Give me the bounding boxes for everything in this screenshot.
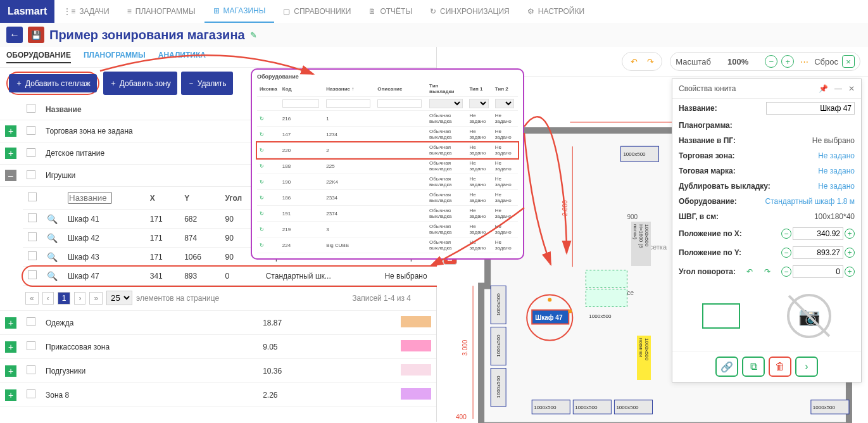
select-all-checkbox[interactable] xyxy=(27,104,35,113)
zoom-in-icon[interactable]: + xyxy=(781,55,794,68)
nav-reports[interactable]: 🗎ОТЧЁТЫ xyxy=(360,0,421,23)
filter-t2[interactable] xyxy=(495,99,515,108)
nav-sync[interactable]: ↻СИНХРОНИЗАЦИЯ xyxy=(421,0,519,23)
rotate-cw-icon[interactable]: ↷ xyxy=(764,267,771,276)
zone-row[interactable]: +Зона 82.26 xyxy=(0,383,436,407)
delete-unit-button[interactable]: 🗑 xyxy=(769,357,791,377)
tab-analytics[interactable]: АНАЛИТИКА xyxy=(158,51,206,63)
posy-plus[interactable]: + xyxy=(845,248,855,258)
row-checkbox[interactable] xyxy=(28,232,37,241)
expand-icon[interactable]: + xyxy=(5,148,16,159)
magnify-icon[interactable]: 🔍 xyxy=(47,233,58,243)
pin-icon[interactable]: 📌 xyxy=(819,84,828,93)
row-checkbox[interactable] xyxy=(27,148,35,157)
refresh-icon[interactable]: ↻ xyxy=(260,163,264,169)
page-size[interactable]: 25 xyxy=(106,291,132,305)
expand-icon[interactable]: + xyxy=(5,341,16,353)
pager-next[interactable]: › xyxy=(74,292,85,305)
filter-desc[interactable] xyxy=(377,99,422,108)
prop-zone-link[interactable]: Не задано xyxy=(818,151,855,160)
row-checkbox[interactable] xyxy=(27,365,35,374)
popup-row[interactable]: ↻1912374Обычная выкладкаНе заданоНе зада… xyxy=(257,206,518,222)
prop-name-input[interactable] xyxy=(766,102,855,115)
pager-prev[interactable]: ‹ xyxy=(42,292,54,305)
delete-button[interactable]: － Удалить xyxy=(181,72,233,95)
save-button[interactable]: 💾 xyxy=(28,27,44,43)
refresh-icon[interactable]: ↻ xyxy=(260,148,264,153)
zoom-out-icon[interactable]: − xyxy=(765,55,777,68)
prop-equip-link[interactable]: Стандартный шкаф 1.8 м xyxy=(765,197,855,206)
prop-posy-input[interactable] xyxy=(793,246,843,259)
row-checkbox[interactable] xyxy=(27,126,35,135)
row-checkbox[interactable] xyxy=(27,341,35,350)
nav-tasks[interactable]: ⋮≡ЗАДАЧИ xyxy=(54,0,118,23)
rotate-ccw-icon[interactable]: ↶ xyxy=(746,267,753,276)
back-button[interactable]: ← xyxy=(6,27,23,43)
posx-minus[interactable]: − xyxy=(781,229,791,239)
next-button[interactable]: › xyxy=(795,357,818,377)
rot-plus[interactable]: + xyxy=(845,267,855,277)
zone-row[interactable]: +Одежда18.87 xyxy=(0,311,436,335)
refresh-icon[interactable]: ↻ xyxy=(260,227,264,232)
reset-button[interactable]: Сброс xyxy=(814,57,838,66)
minimize-icon[interactable]: — xyxy=(834,84,842,93)
filter-disp[interactable] xyxy=(429,99,463,108)
zone-row[interactable]: +Прикассовая зона9.05 xyxy=(0,335,436,359)
row-checkbox[interactable] xyxy=(27,170,35,179)
popup-row[interactable]: ↻2193Обычная выкладкаНе заданоНе задано xyxy=(257,222,518,237)
collapse-icon[interactable]: – xyxy=(5,170,16,181)
prop-posx-input[interactable] xyxy=(793,227,843,240)
posy-minus[interactable]: − xyxy=(781,248,791,258)
close-icon[interactable]: ✕ xyxy=(848,84,855,93)
refresh-icon[interactable]: ↻ xyxy=(260,116,264,122)
filter-name[interactable] xyxy=(68,192,112,204)
copy-button[interactable]: ⧉ xyxy=(742,357,765,377)
refresh-icon[interactable]: ↻ xyxy=(260,211,264,217)
zone-row[interactable]: +Подгузники10.36 xyxy=(0,359,436,383)
expand-icon[interactable]: + xyxy=(5,365,16,377)
popup-row[interactable]: ↻224Big CUBEОбычная выкладкаНе заданоНе … xyxy=(257,237,518,253)
undo-icon[interactable]: ↶ xyxy=(627,55,640,68)
rot-minus[interactable]: − xyxy=(781,267,791,277)
nav-planograms[interactable]: ≡ПЛАНОГРАММЫ xyxy=(118,0,204,23)
pager-last[interactable]: » xyxy=(89,292,103,305)
add-shelf-button[interactable]: ＋ Добавить стеллаж xyxy=(9,74,97,92)
col-name[interactable]: Название xyxy=(41,99,258,120)
popup-row[interactable]: ↻188225Обычная выкладкаНе заданоНе задан… xyxy=(257,158,518,174)
row-checkbox[interactable] xyxy=(28,270,37,279)
popup-row[interactable]: ↻2161Обычная выкладкаНе заданоНе задано xyxy=(257,111,518,127)
popup-row[interactable]: ↻2202Обычная выкладкаНе заданоНе задано xyxy=(257,142,518,158)
sub-select-all[interactable] xyxy=(28,193,37,201)
expand-icon[interactable]: + xyxy=(5,125,16,137)
refresh-icon[interactable]: ↻ xyxy=(260,243,264,248)
popup-row[interactable]: ↻1471234Обычная выкладкаНе заданоНе зада… xyxy=(257,127,518,142)
more-icon[interactable]: ⋯ xyxy=(798,55,810,68)
refresh-icon[interactable]: ↻ xyxy=(260,132,264,137)
link-button[interactable]: 🔗 xyxy=(715,357,738,377)
close-scale-icon[interactable]: × xyxy=(842,55,855,68)
expand-icon[interactable]: + xyxy=(5,389,16,401)
magnify-icon[interactable]: 🔍 xyxy=(47,252,58,262)
redo-icon[interactable]: ↷ xyxy=(644,55,657,68)
prop-rot-input[interactable] xyxy=(793,265,843,278)
prop-brand-link[interactable]: Не задано xyxy=(818,167,855,175)
tab-planograms[interactable]: ПЛАНОГРАММЫ xyxy=(84,51,146,63)
row-checkbox[interactable] xyxy=(27,389,35,398)
nav-stores[interactable]: ⊞МАГАЗИНЫ xyxy=(204,0,275,23)
row-checkbox[interactable] xyxy=(28,251,37,260)
pager-first[interactable]: « xyxy=(25,292,39,305)
magnify-icon[interactable]: 🔍 xyxy=(47,214,58,224)
prop-dup-link[interactable]: Не задано xyxy=(818,182,855,191)
edit-title-icon[interactable]: ✎ xyxy=(250,30,257,40)
popup-row[interactable]: ↻19022K4Обычная выкладкаНе заданоНе зада… xyxy=(257,174,518,190)
row-checkbox[interactable] xyxy=(28,213,37,222)
add-zone-button[interactable]: ＋ Добавить зону xyxy=(103,72,177,95)
expand-icon[interactable]: + xyxy=(5,317,16,329)
filter-t1[interactable] xyxy=(469,99,489,108)
shelf-row-highlighted[interactable]: 🔍Шкаф 473418930Стандартный шк...Не выбра… xyxy=(23,267,459,286)
pager-current[interactable]: 1 xyxy=(58,292,71,305)
filter-code[interactable] xyxy=(282,99,319,108)
popup-row[interactable]: ↻1862334Обычная выкладкаНе заданоНе зада… xyxy=(257,190,518,206)
nav-settings[interactable]: ⚙НАСТРОЙКИ xyxy=(519,0,593,23)
row-checkbox[interactable] xyxy=(27,317,35,326)
